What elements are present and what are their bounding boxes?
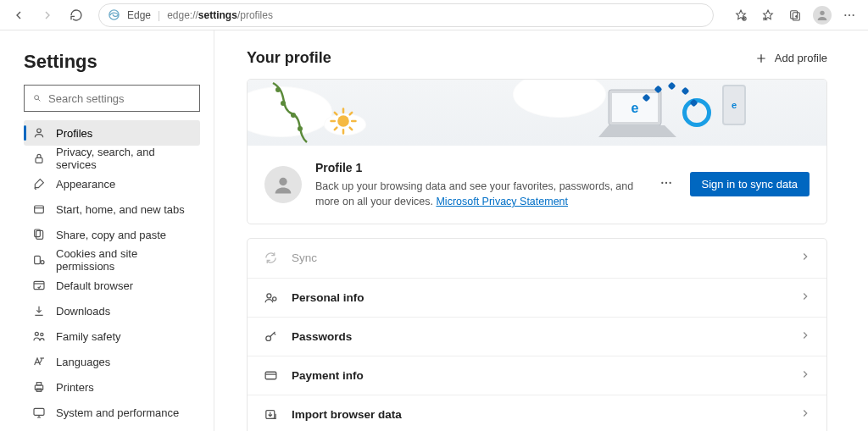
- brush-icon: [32, 177, 46, 191]
- search-input-field[interactable]: [48, 92, 191, 105]
- row-label: Payment info: [292, 369, 799, 382]
- svg-point-38: [669, 182, 670, 184]
- profile-avatar-button[interactable]: [810, 3, 834, 27]
- svg-point-4: [820, 10, 824, 14]
- svg-point-7: [853, 14, 854, 15]
- sidebar-item-default-browser[interactable]: Default browser: [24, 273, 200, 298]
- chevron-right-icon: [799, 407, 811, 422]
- sidebar-item-label: System and performance: [56, 406, 179, 419]
- family-icon: [32, 329, 46, 343]
- svg-point-9: [37, 129, 42, 133]
- sidebar-item-label: Start, home, and new tabs: [56, 203, 185, 216]
- browser-icon: [32, 279, 46, 292]
- favorite-add-button[interactable]: [729, 3, 753, 27]
- privacy-statement-link[interactable]: Microsoft Privacy Statement: [436, 196, 568, 207]
- monitor-icon: [32, 406, 46, 419]
- import-icon: [263, 406, 278, 422]
- sidebar-item-share[interactable]: Share, copy and paste: [24, 222, 200, 247]
- sidebar-item-label: Printers: [56, 381, 94, 394]
- back-button[interactable]: [7, 3, 31, 27]
- svg-marker-34: [598, 125, 676, 137]
- sidebar-item-label: Privacy, search, and services: [56, 146, 192, 171]
- more-horizontal-icon: [659, 176, 673, 190]
- svg-rect-14: [35, 256, 41, 263]
- sidebar-item-privacy[interactable]: Privacy, search, and services: [24, 146, 200, 171]
- person-icon: [32, 126, 46, 140]
- collections-button[interactable]: [783, 3, 807, 27]
- svg-rect-42: [265, 372, 276, 379]
- app-name-label: Edge: [127, 9, 151, 21]
- sync-dots-icon: [640, 81, 699, 115]
- search-settings-input[interactable]: [24, 85, 200, 112]
- address-bar[interactable]: Edge | edge://settings/profiles: [98, 3, 714, 27]
- svg-point-37: [665, 182, 666, 184]
- row-personal-info[interactable]: Personal info: [248, 278, 826, 317]
- sidebar-item-label: Default browser: [56, 279, 133, 292]
- svg-point-6: [849, 14, 850, 15]
- svg-rect-12: [36, 230, 43, 239]
- svg-point-17: [35, 332, 38, 335]
- sidebar-item-label: Family safety: [56, 330, 121, 343]
- row-label: Personal info: [292, 291, 799, 304]
- svg-point-28: [281, 101, 286, 106]
- row-label: Passwords: [292, 330, 799, 343]
- url-text: edge://settings/profiles: [167, 9, 273, 21]
- row-import-browser-data[interactable]: Import browser data: [248, 395, 826, 431]
- printer-icon: [32, 380, 46, 394]
- row-sync: Sync: [248, 239, 826, 278]
- settings-sidebar: Settings Profiles Privacy, search, and s…: [0, 30, 214, 431]
- person-card-icon: [263, 290, 278, 305]
- page-title: Your profile: [247, 49, 331, 67]
- row-label: Sync: [292, 251, 799, 264]
- chevron-right-icon: [799, 368, 811, 383]
- svg-point-40: [272, 296, 275, 300]
- sidebar-item-label: Appearance: [56, 178, 115, 191]
- permissions-icon: [32, 253, 46, 267]
- svg-text:e: e: [632, 101, 639, 115]
- sidebar-item-appearance[interactable]: Appearance: [24, 171, 200, 196]
- person-icon: [271, 173, 295, 196]
- svg-point-41: [265, 335, 270, 340]
- svg-point-8: [35, 96, 39, 100]
- add-profile-button[interactable]: Add profile: [754, 52, 827, 65]
- person-icon: [813, 6, 832, 25]
- vine-icon: [266, 81, 317, 144]
- plus-icon: [754, 52, 768, 65]
- profile-more-button[interactable]: [656, 173, 676, 196]
- row-payment-info[interactable]: Payment info: [248, 356, 826, 395]
- svg-point-18: [41, 333, 43, 335]
- svg-point-36: [661, 182, 663, 184]
- sidebar-item-family[interactable]: Family safety: [24, 323, 200, 349]
- sidebar-item-languages[interactable]: Languages: [24, 349, 200, 374]
- refresh-button[interactable]: [64, 3, 88, 27]
- row-passwords[interactable]: Passwords: [248, 317, 826, 356]
- profile-card: e e Profile 1 Back up your browsing data…: [247, 79, 827, 224]
- svg-point-35: [279, 178, 287, 185]
- sun-icon: [329, 107, 358, 135]
- svg-point-39: [266, 293, 270, 297]
- svg-point-27: [275, 87, 281, 92]
- settings-title: Settings: [24, 51, 200, 73]
- edge-icon: [108, 8, 120, 21]
- svg-point-26: [337, 115, 349, 127]
- sync-icon: [263, 251, 278, 266]
- sidebar-item-system[interactable]: System and performance: [24, 400, 200, 425]
- sidebar-item-label: Cookies and site permissions: [56, 247, 192, 273]
- sidebar-item-downloads[interactable]: Downloads: [24, 298, 200, 323]
- forward-button[interactable]: [36, 3, 59, 27]
- sidebar-item-start[interactable]: Start, home, and new tabs: [24, 196, 200, 222]
- profile-banner: e e: [248, 80, 826, 146]
- svg-rect-11: [35, 206, 44, 213]
- sidebar-item-cookies[interactable]: Cookies and site permissions: [24, 247, 200, 273]
- sidebar-item-printers[interactable]: Printers: [24, 374, 200, 400]
- sidebar-item-reset[interactable]: Reset settings: [24, 425, 200, 431]
- row-label: Import browser data: [292, 408, 799, 421]
- language-icon: [32, 355, 46, 368]
- profile-name: Profile 1: [315, 159, 643, 176]
- favorites-button[interactable]: [756, 3, 780, 27]
- sidebar-item-profiles[interactable]: Profiles: [24, 120, 200, 146]
- chevron-right-icon: [799, 329, 811, 344]
- more-menu-button[interactable]: [837, 3, 861, 27]
- sign-in-button[interactable]: Sign in to sync data: [690, 172, 810, 196]
- search-icon: [33, 92, 42, 104]
